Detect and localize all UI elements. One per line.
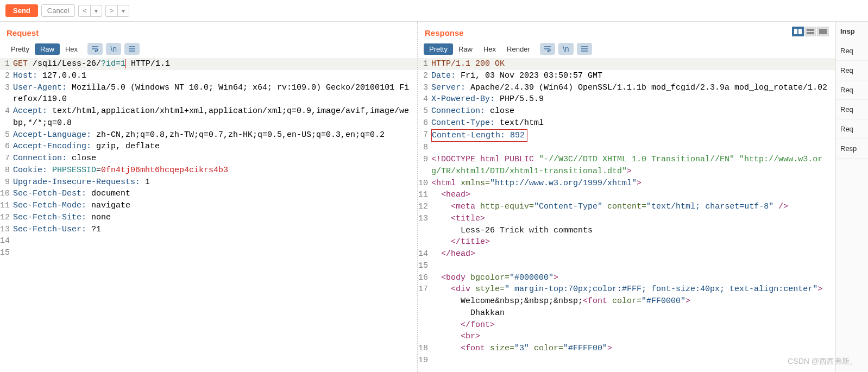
newline-icon[interactable]: \n: [106, 43, 121, 55]
history-back-group: < ▾: [78, 5, 102, 17]
svg-rect-1: [798, 29, 802, 34]
tab-raw[interactable]: Raw: [35, 43, 60, 55]
http-method: GET: [13, 59, 28, 68]
back-dropdown[interactable]: ▾: [90, 5, 102, 17]
response-title: Response: [418, 22, 470, 43]
main: Request Pretty Raw Hex \n 1GET /sqli/Les…: [0, 22, 868, 372]
content-length-highlight: Content-Length: 892: [431, 129, 527, 142]
sidebar-item[interactable]: Req: [836, 61, 868, 80]
cancel-button[interactable]: Cancel: [41, 4, 75, 17]
request-tabs: Pretty Raw Hex \n: [0, 43, 417, 57]
history-forward-group: > ▾: [105, 5, 129, 17]
menu-icon[interactable]: [577, 43, 592, 55]
newline-icon[interactable]: \n: [558, 43, 574, 55]
inspector-sidebar: Insp Req Req Req Req Req Resp: [835, 22, 868, 372]
sidebar-item[interactable]: Req: [836, 41, 868, 61]
svg-rect-0: [794, 29, 797, 34]
back-button[interactable]: <: [78, 5, 90, 17]
sidebar-item[interactable]: Insp: [836, 22, 868, 41]
layout-single-icon[interactable]: [817, 27, 829, 36]
watermark: CSDN @西西弗斯、: [788, 357, 857, 367]
layout-split-icon[interactable]: [792, 27, 804, 36]
response-tabs: Pretty Raw Hex Render \n: [418, 43, 835, 57]
sidebar-item[interactable]: Req: [836, 100, 868, 119]
tab-hex[interactable]: Hex: [60, 43, 83, 55]
sidebar-item[interactable]: Resp: [836, 139, 868, 159]
layout-stack-icon[interactable]: [804, 27, 816, 36]
layout-toggle: [792, 27, 835, 39]
wrap-icon[interactable]: [87, 43, 103, 55]
toolbar: Send Cancel < ▾ > ▾: [0, 0, 868, 22]
sidebar-item[interactable]: Req: [836, 119, 868, 139]
sidebar-item[interactable]: Req: [836, 80, 868, 100]
svg-rect-4: [819, 29, 827, 34]
menu-icon[interactable]: [124, 43, 140, 55]
forward-dropdown[interactable]: ▾: [117, 5, 129, 17]
tab-hex[interactable]: Hex: [478, 43, 501, 55]
wrap-icon[interactable]: [540, 43, 555, 55]
send-button[interactable]: Send: [5, 4, 38, 17]
request-title: Request: [0, 22, 417, 43]
tab-render[interactable]: Render: [501, 43, 536, 55]
tab-raw[interactable]: Raw: [453, 43, 478, 55]
forward-button[interactable]: >: [105, 5, 117, 17]
tab-pretty[interactable]: Pretty: [5, 43, 35, 55]
response-pane: Response Pretty Raw Hex Render \n 1HTTP/…: [418, 22, 835, 372]
svg-rect-2: [807, 29, 814, 31]
request-pane: Request Pretty Raw Hex \n 1GET /sqli/Les…: [0, 22, 418, 372]
tab-pretty[interactable]: Pretty: [424, 43, 453, 55]
request-editor[interactable]: 1GET /sqli/Less-26/?id=1 HTTP/1.1 2Host:…: [0, 57, 417, 372]
response-editor[interactable]: 1HTTP/1.1 200 OK 2Date: Fri, 03 Nov 2023…: [418, 57, 835, 372]
svg-rect-3: [807, 32, 814, 34]
